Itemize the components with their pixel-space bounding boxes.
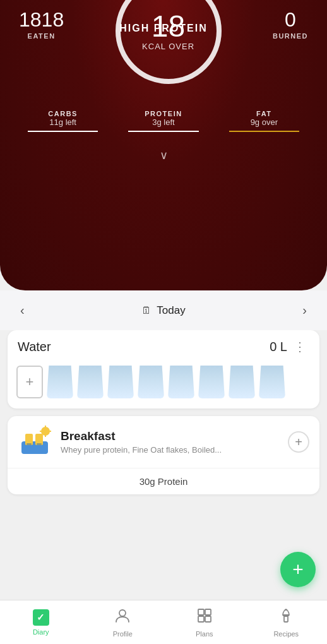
macros-row: CARBS 11g left PROTEIN 3g left FAT 9g ov… xyxy=(0,110,327,137)
water-cups-row: + xyxy=(8,361,319,408)
macro-carbs-value: 11g left xyxy=(13,117,113,127)
burned-value: 0 xyxy=(273,9,308,30)
eaten-label: EATEN xyxy=(19,32,64,40)
svg-point-12 xyxy=(119,610,126,616)
macro-fat-label: FAT xyxy=(214,110,314,117)
macro-fat-value: 9g over xyxy=(214,117,314,127)
add-food-fab[interactable]: + xyxy=(280,552,316,587)
prev-day-button[interactable]: ‹ xyxy=(15,301,30,320)
tab-bar: Diary Profile Plans xyxy=(0,600,327,644)
kcal-label: KCAL OVER xyxy=(142,42,194,51)
calorie-ring: 18 KCAL OVER xyxy=(109,0,229,91)
eaten-stat: 1818 EATEN xyxy=(19,9,64,40)
breakfast-header: Breakfast Whey pure protein, Fine Oat fl… xyxy=(8,416,319,468)
svg-rect-16 xyxy=(205,616,211,622)
svg-rect-11 xyxy=(37,443,42,445)
macro-fat: FAT 9g over xyxy=(214,110,314,137)
water-menu-button[interactable]: ⋮ xyxy=(291,339,309,354)
svg-point-5 xyxy=(41,427,50,436)
date-label: 🗓 Today xyxy=(141,304,185,317)
date-navigation: ‹ 🗓 Today › xyxy=(0,290,327,330)
tab-diary-label: Diary xyxy=(33,628,49,636)
svg-rect-19 xyxy=(285,609,287,611)
breakfast-info: Breakfast Whey pure protein, Fine Oat fl… xyxy=(61,429,288,455)
profile-icon xyxy=(114,607,131,628)
breakfast-card: Breakfast Whey pure protein, Fine Oat fl… xyxy=(8,416,319,494)
water-cup-6[interactable] xyxy=(198,366,225,398)
hero-section: HIGH PROTEIN 1818 EATEN 18 KCAL OVER 0 B… xyxy=(0,0,327,290)
svg-rect-13 xyxy=(198,609,204,615)
add-water-button[interactable]: + xyxy=(16,366,43,398)
calendar-icon: 🗓 xyxy=(141,305,152,316)
burned-label: BURNED xyxy=(273,32,308,40)
tab-diary[interactable]: Diary xyxy=(0,600,82,644)
eaten-value: 1818 xyxy=(19,9,64,30)
water-amount-row: 0 L ⋮ xyxy=(270,339,309,354)
plans-icon xyxy=(196,607,213,628)
water-cup-4[interactable] xyxy=(138,366,164,398)
expand-chevron[interactable]: ∨ xyxy=(160,148,168,162)
tab-recipes-label: Recipes xyxy=(273,630,299,638)
tab-plans[interactable]: Plans xyxy=(164,600,246,644)
content-area: Water 0 L ⋮ + xyxy=(0,330,327,640)
breakfast-protein: 30g Protein xyxy=(140,476,188,487)
recipes-icon xyxy=(278,607,294,628)
svg-rect-14 xyxy=(205,609,211,615)
today-label: Today xyxy=(157,304,185,317)
water-cup-8[interactable] xyxy=(259,366,285,398)
water-cup-5[interactable] xyxy=(168,366,194,398)
stats-row: 1818 EATEN 18 KCAL OVER 0 BURNED xyxy=(0,0,327,91)
macro-protein: PROTEIN 3g left xyxy=(113,110,213,137)
water-title: Water xyxy=(18,340,51,354)
svg-rect-18 xyxy=(284,616,288,622)
tab-profile-label: Profile xyxy=(113,630,133,638)
diary-icon xyxy=(33,609,49,626)
breakfast-footer: 30g Protein xyxy=(8,468,319,494)
breakfast-icon xyxy=(18,425,52,459)
ring-center: 18 KCAL OVER xyxy=(142,11,194,51)
macro-protein-label: PROTEIN xyxy=(113,110,213,117)
water-cup-7[interactable] xyxy=(229,366,255,398)
svg-rect-15 xyxy=(198,616,204,622)
water-header: Water 0 L ⋮ xyxy=(8,330,319,361)
add-breakfast-button[interactable]: + xyxy=(288,431,309,453)
macro-carbs: CARBS 11g left xyxy=(13,110,113,137)
tab-plans-label: Plans xyxy=(196,630,213,638)
burned-stat: 0 BURNED xyxy=(273,9,308,40)
next-day-button[interactable]: › xyxy=(297,301,312,320)
fab-icon: + xyxy=(292,559,304,580)
macro-carbs-label: CARBS xyxy=(13,110,113,117)
water-cup-3[interactable] xyxy=(107,366,134,398)
macro-protein-value: 3g left xyxy=(113,117,213,127)
breakfast-name: Breakfast xyxy=(61,429,288,443)
tab-recipes[interactable]: Recipes xyxy=(246,600,328,644)
water-card: Water 0 L ⋮ + xyxy=(8,330,319,408)
water-cup-2[interactable] xyxy=(77,366,104,398)
svg-rect-10 xyxy=(27,443,32,445)
breakfast-desc: Whey pure protein, Fine Oat flakes, Boil… xyxy=(61,445,288,455)
tab-profile[interactable]: Profile xyxy=(82,600,164,644)
water-cup-1[interactable] xyxy=(47,366,73,398)
water-amount: 0 L xyxy=(270,340,287,354)
kcal-number: 18 xyxy=(142,11,194,42)
